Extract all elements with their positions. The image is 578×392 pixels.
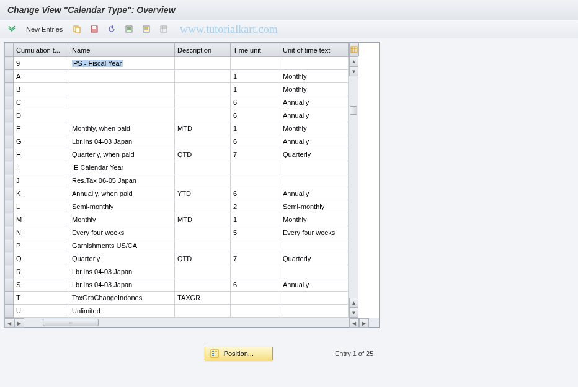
cell-unit-text[interactable]: Semi-monthly — [280, 200, 349, 213]
col-header-unit-text[interactable]: Unit of time text — [280, 43, 349, 57]
scroll-left-end-icon[interactable]: ◀ — [349, 318, 359, 328]
row-selector[interactable] — [5, 161, 14, 174]
col-header-time-unit[interactable]: Time unit — [231, 43, 280, 57]
cell-name[interactable]: Lbr.Ins 04-03 Japan — [69, 278, 175, 292]
cell-name[interactable]: PS - Fiscal Year — [69, 57, 175, 70]
cell-name[interactable]: Quarterly — [69, 252, 175, 265]
table-row[interactable]: D6Annually — [5, 109, 349, 122]
cell-cumulation[interactable]: C — [14, 96, 69, 109]
select-all-icon[interactable] — [122, 23, 136, 35]
cell-description[interactable] — [175, 174, 231, 187]
table-row[interactable]: TTaxGrpChangeIndones.TAXGR — [5, 292, 349, 305]
cell-name[interactable]: Unlimited — [69, 305, 175, 318]
cell-description[interactable] — [175, 239, 231, 252]
cell-time-unit[interactable]: 6 — [231, 187, 280, 200]
cell-cumulation[interactable]: J — [14, 174, 69, 187]
cell-time-unit[interactable] — [231, 305, 280, 318]
cell-cumulation[interactable]: N — [14, 226, 69, 239]
scroll-down-icon[interactable]: ▼ — [349, 66, 358, 76]
row-selector[interactable] — [5, 226, 14, 239]
cell-cumulation[interactable]: I — [14, 161, 69, 174]
row-selector[interactable] — [5, 187, 14, 200]
cell-cumulation[interactable]: S — [14, 278, 69, 292]
horizontal-scrollbar[interactable]: ◀ ▶ ::: ◀ ▶ — [4, 318, 379, 327]
cell-unit-text[interactable]: Monthly — [280, 122, 349, 135]
row-selector[interactable] — [5, 109, 14, 122]
cell-cumulation[interactable]: A — [14, 70, 69, 83]
cell-name[interactable]: TaxGrpChangeIndones. — [69, 292, 175, 305]
row-selector[interactable] — [5, 265, 14, 278]
row-selector[interactable] — [5, 200, 14, 213]
cell-time-unit[interactable]: 7 — [231, 252, 280, 265]
column-picker-icon[interactable] — [349, 43, 359, 56]
cell-cumulation[interactable]: G — [14, 135, 69, 148]
cell-unit-text[interactable] — [280, 239, 349, 252]
row-selector[interactable] — [5, 57, 14, 70]
cell-time-unit[interactable] — [231, 265, 280, 278]
cell-name[interactable]: Semi-monthly — [69, 200, 175, 213]
row-selector[interactable] — [5, 83, 14, 96]
cell-time-unit[interactable]: 1 — [231, 213, 280, 226]
cell-time-unit[interactable]: 6 — [231, 96, 280, 109]
cell-description[interactable] — [175, 70, 231, 83]
new-entries-button[interactable]: New Entries — [22, 24, 66, 34]
table-row[interactable]: LSemi-monthly2Semi-monthly — [5, 200, 349, 213]
save-icon[interactable] — [87, 23, 101, 35]
cell-unit-text[interactable] — [280, 57, 349, 70]
scroll-up-icon[interactable]: ▲ — [349, 56, 358, 66]
cell-time-unit[interactable]: 6 — [231, 109, 280, 122]
row-selector[interactable] — [5, 278, 14, 292]
cell-unit-text[interactable]: Annually — [280, 278, 349, 292]
cell-description[interactable]: QTD — [175, 148, 231, 161]
cell-description[interactable]: QTD — [175, 252, 231, 265]
col-header-cumulation[interactable]: Cumulation t... — [14, 43, 69, 57]
cell-description[interactable] — [175, 161, 231, 174]
row-selector[interactable] — [5, 239, 14, 252]
cell-time-unit[interactable]: 7 — [231, 148, 280, 161]
cell-unit-text[interactable]: Monthly — [280, 70, 349, 83]
table-row[interactable]: SLbr.Ins 04-03 Japan6Annually — [5, 278, 349, 292]
cell-cumulation[interactable]: Q — [14, 252, 69, 265]
cell-name[interactable]: Res.Tax 06-05 Japan — [69, 174, 175, 187]
cell-cumulation[interactable]: K — [14, 187, 69, 200]
cell-time-unit[interactable]: 1 — [231, 70, 280, 83]
cell-cumulation[interactable]: F — [14, 122, 69, 135]
table-row[interactable]: RLbr.Ins 04-03 Japan — [5, 265, 349, 278]
cell-unit-text[interactable]: Annually — [280, 187, 349, 200]
cell-unit-text[interactable] — [280, 265, 349, 278]
cell-description[interactable] — [175, 278, 231, 292]
cell-cumulation[interactable]: P — [14, 239, 69, 252]
cell-description[interactable]: TAXGR — [175, 292, 231, 305]
cell-time-unit[interactable]: 5 — [231, 226, 280, 239]
cell-name[interactable] — [69, 109, 175, 122]
cell-cumulation[interactable]: B — [14, 83, 69, 96]
cell-time-unit[interactable]: 6 — [231, 135, 280, 148]
hscroll-track[interactable]: ::: — [24, 318, 349, 327]
cell-description[interactable] — [175, 57, 231, 70]
row-selector[interactable] — [5, 96, 14, 109]
cell-cumulation[interactable]: 9 — [14, 57, 69, 70]
vertical-scrollbar[interactable]: ▲ ▼ ▲ ▼ — [349, 43, 358, 318]
scroll-thumb[interactable] — [350, 106, 357, 115]
table-row[interactable]: GLbr.Ins 04-03 Japan6Annually — [5, 135, 349, 148]
scroll-right-end-icon[interactable]: ▶ — [359, 318, 369, 328]
col-header-description[interactable]: Description — [175, 43, 231, 57]
cell-cumulation[interactable]: U — [14, 305, 69, 318]
cell-cumulation[interactable]: D — [14, 109, 69, 122]
table-row[interactable]: MMonthlyMTD1Monthly — [5, 213, 349, 226]
cell-description[interactable]: MTD — [175, 213, 231, 226]
table-row[interactable]: IIE Calendar Year — [5, 161, 349, 174]
cell-name[interactable] — [69, 96, 175, 109]
cell-cumulation[interactable]: H — [14, 148, 69, 161]
cell-unit-text[interactable] — [280, 305, 349, 318]
cell-unit-text[interactable]: Annually — [280, 135, 349, 148]
cell-name[interactable]: Annually, when paid — [69, 187, 175, 200]
table-row[interactable]: A1Monthly — [5, 70, 349, 83]
table-row[interactable]: FMonthly, when paidMTD1Monthly — [5, 122, 349, 135]
scroll-down-bottom-icon[interactable]: ▼ — [349, 308, 358, 318]
cell-description[interactable] — [175, 305, 231, 318]
cell-name[interactable] — [69, 83, 175, 96]
cell-name[interactable] — [69, 70, 175, 83]
row-selector[interactable] — [5, 174, 14, 187]
cell-time-unit[interactable]: 2 — [231, 200, 280, 213]
